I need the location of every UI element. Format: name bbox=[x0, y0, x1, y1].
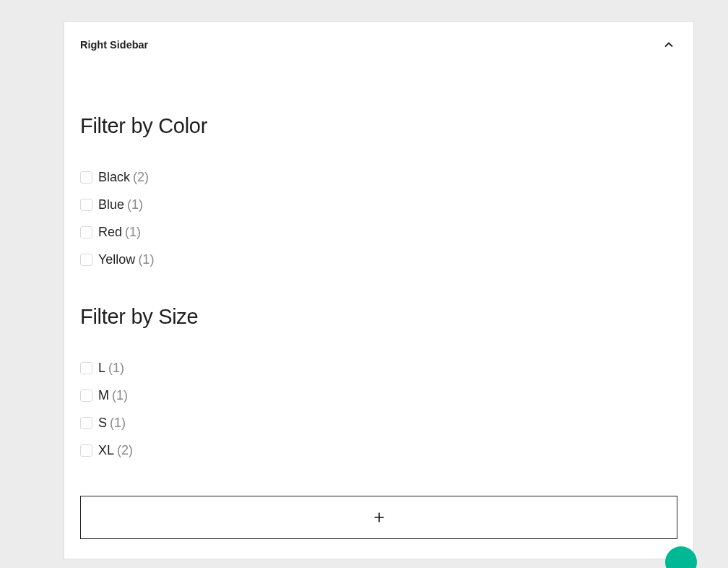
filter-count: (1) bbox=[108, 361, 124, 376]
filter-color-heading: Filter by Color bbox=[80, 114, 677, 138]
filter-item[interactable]: Yellow (1) bbox=[80, 252, 677, 267]
panel-title: Right Sidebar bbox=[80, 39, 148, 51]
filter-item[interactable]: XL (2) bbox=[80, 443, 677, 458]
checkbox-icon[interactable] bbox=[80, 254, 92, 266]
checkbox-icon[interactable] bbox=[80, 226, 92, 238]
checkbox-icon[interactable] bbox=[80, 390, 92, 402]
chevron-up-icon[interactable] bbox=[660, 36, 677, 53]
checkbox-icon[interactable] bbox=[80, 199, 92, 211]
filter-label: Blue bbox=[98, 197, 124, 212]
filter-count: (2) bbox=[117, 443, 133, 458]
filter-count: (1) bbox=[112, 388, 128, 403]
filter-label: M bbox=[98, 388, 109, 403]
sidebar-panel: Right Sidebar Filter by Color Black (2) … bbox=[64, 21, 694, 559]
filter-size-heading: Filter by Size bbox=[80, 305, 677, 329]
filter-label: Yellow bbox=[98, 252, 135, 267]
filter-count: (1) bbox=[110, 416, 126, 431]
checkbox-icon[interactable] bbox=[80, 362, 92, 374]
filter-item[interactable]: M (1) bbox=[80, 388, 677, 403]
filter-color-list: Black (2) Blue (1) Red (1) Yellow (1) bbox=[80, 170, 677, 267]
checkbox-icon[interactable] bbox=[80, 417, 92, 429]
filter-item[interactable]: S (1) bbox=[80, 416, 677, 431]
panel-body: Filter by Color Black (2) Blue (1) Red (… bbox=[64, 53, 693, 458]
filter-label: Black bbox=[98, 170, 130, 185]
add-block-button[interactable] bbox=[80, 496, 677, 539]
filter-label: L bbox=[98, 361, 105, 376]
filter-label: XL bbox=[98, 443, 114, 458]
filter-item[interactable]: Black (2) bbox=[80, 170, 677, 185]
filter-count: (1) bbox=[125, 225, 141, 240]
checkbox-icon[interactable] bbox=[80, 171, 92, 184]
filter-item[interactable]: Blue (1) bbox=[80, 197, 677, 212]
filter-label: S bbox=[98, 416, 107, 431]
checkbox-icon[interactable] bbox=[80, 444, 92, 457]
plus-icon bbox=[371, 509, 387, 525]
filter-count: (1) bbox=[138, 252, 154, 267]
panel-header: Right Sidebar bbox=[64, 22, 693, 53]
filter-count: (2) bbox=[133, 170, 149, 185]
filter-item[interactable]: L (1) bbox=[80, 361, 677, 376]
filter-item[interactable]: Red (1) bbox=[80, 225, 677, 240]
filter-label: Red bbox=[98, 225, 122, 240]
filter-size-list: L (1) M (1) S (1) XL (2) bbox=[80, 361, 677, 458]
filter-count: (1) bbox=[127, 197, 143, 212]
